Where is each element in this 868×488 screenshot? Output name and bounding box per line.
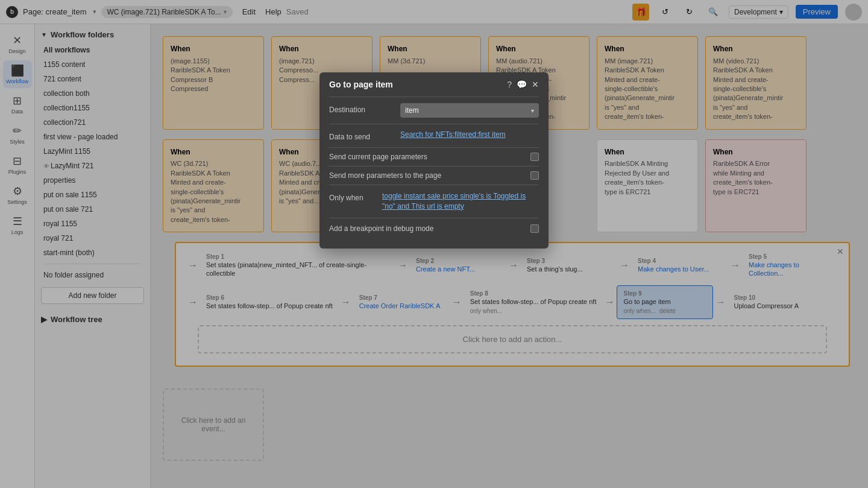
send-current-params-checkbox[interactable]: [530, 153, 539, 161]
send-current-params-label: Send current page parameters: [329, 153, 526, 161]
modal-close-icon[interactable]: ✕: [532, 80, 539, 89]
go-to-page-modal: Go to page item ? 💬 ✕ Destination item ▾: [319, 72, 549, 249]
add-breakpoint-label: Add a breakpoint in debug mode: [329, 224, 526, 233]
only-when-label: Only when: [329, 191, 377, 202]
add-breakpoint-checkbox[interactable]: [530, 224, 539, 233]
modal-body: Destination item ▾ Data to send Search f…: [319, 97, 549, 249]
send-more-params-label: Send more parameters to the page: [329, 171, 526, 180]
data-to-send-value[interactable]: Search for NFTs:filtered:first item: [400, 130, 506, 139]
modal-header-icons: ? 💬 ✕: [507, 80, 539, 89]
modal-overlay: Go to page item ? 💬 ✕ Destination item ▾: [0, 0, 868, 488]
only-when-value[interactable]: toggle instant sale price single's is To…: [382, 191, 539, 212]
destination-select-wrapper: item ▾: [400, 103, 539, 118]
destination-label: Destination: [329, 103, 395, 114]
modal-title: Go to page item: [329, 80, 502, 89]
add-breakpoint-row: Add a breakpoint in debug mode: [329, 218, 539, 239]
send-more-params-checkbox[interactable]: [530, 171, 539, 180]
send-current-params-row: Send current page parameters: [329, 147, 539, 166]
modal-help-icon[interactable]: ?: [507, 80, 512, 89]
only-when-row: Only when toggle instant sale price sing…: [329, 185, 539, 218]
data-to-send-label: Data to send: [329, 130, 395, 141]
dest-arrow-icon: ▾: [531, 107, 534, 114]
destination-row: Destination item ▾: [329, 97, 539, 124]
destination-select[interactable]: item ▾: [400, 103, 539, 118]
modal-header: Go to page item ? 💬 ✕: [319, 72, 549, 97]
send-more-params-row: Send more parameters to the page: [329, 166, 539, 185]
data-to-send-row: Data to send Search for NFTs:filtered:fi…: [329, 124, 539, 147]
modal-comment-icon[interactable]: 💬: [517, 80, 527, 89]
